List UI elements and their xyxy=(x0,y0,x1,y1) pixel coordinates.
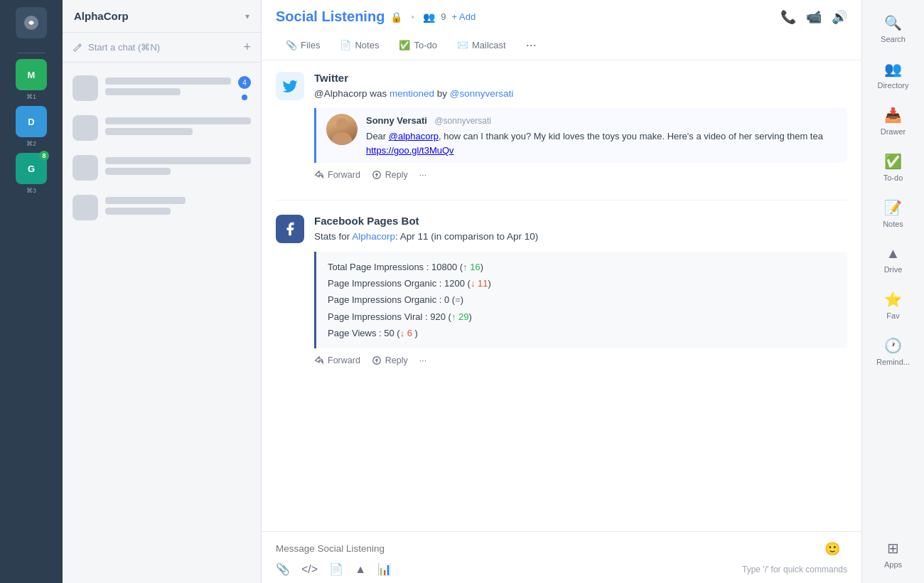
new-chat-bar[interactable]: Start a chat (⌘N) + xyxy=(63,33,261,63)
workspace-G[interactable]: G 8 xyxy=(16,153,47,184)
reply-button[interactable]: Reply xyxy=(372,355,408,365)
sidebar-item-remind[interactable]: 🕐 Remind... xyxy=(862,328,924,375)
lock-icon: 🔒 xyxy=(390,11,402,23)
unread-badge: 4 xyxy=(238,76,251,89)
list-item[interactable] xyxy=(63,108,261,148)
header-top: Social Listening 🔒 • 👥 9 + Add 📞 📹 🔊 xyxy=(276,9,847,25)
logo-button[interactable] xyxy=(16,7,47,38)
sidebar-item-drive[interactable]: ▲ Drive xyxy=(862,237,924,282)
more-actions-button[interactable]: ··· xyxy=(419,355,426,365)
code-icon[interactable]: </> xyxy=(301,563,318,576)
conv-text xyxy=(105,157,251,178)
workspace-M[interactable]: M xyxy=(16,59,47,90)
tab-todo[interactable]: ✅ To-do xyxy=(389,32,447,60)
clock-icon: 🕐 xyxy=(884,337,902,354)
list-item[interactable]: 4 xyxy=(63,68,261,108)
sidebar-item-notes[interactable]: 📝 Notes xyxy=(862,191,924,237)
conversation-list: 4 xyxy=(63,63,261,583)
drive-icon: ▲ xyxy=(886,245,901,262)
conv-line-2 xyxy=(105,208,171,215)
handle-link[interactable]: @sonnyversati xyxy=(450,88,514,99)
alphacorp-link[interactable]: Alphacorp xyxy=(352,231,395,242)
main-tabs: 📎 Files 📄 Notes ✅ To-do ✉️ Mailcast ··· xyxy=(276,32,847,60)
apps-icon: ⊞ xyxy=(887,540,899,557)
sidebar-item-directory[interactable]: 👥 Directory xyxy=(862,52,924,98)
tweet-author: Sonny Versati xyxy=(366,115,427,126)
forward-button[interactable]: Forward xyxy=(314,170,360,180)
edit-icon xyxy=(72,43,82,53)
list-item[interactable] xyxy=(63,188,261,228)
stat-line: Page Impressions Organic : 0 (=) xyxy=(328,292,836,308)
quick-commands-hint: Type '/' for quick commands xyxy=(742,565,847,574)
chart-icon[interactable]: 📊 xyxy=(377,562,392,576)
message-block: Facebook Pages Bot Stats for Alphacorp: … xyxy=(276,215,847,365)
forward-button[interactable]: Forward xyxy=(314,355,360,365)
more-actions-button[interactable]: ··· xyxy=(419,170,426,180)
conv-text xyxy=(105,77,231,99)
document-icon[interactable]: 📄 xyxy=(329,562,343,576)
tweet-quote: Sonny Versati @sonnyversati Dear @alphac… xyxy=(314,108,847,163)
main-header: Social Listening 🔒 • 👥 9 + Add 📞 📹 🔊 📎 F… xyxy=(262,0,861,60)
tweet-content: Sonny Versati @sonnyversati Dear @alphac… xyxy=(366,114,837,157)
twitter-icon xyxy=(276,72,304,100)
tab-mailcast[interactable]: ✉️ Mailcast xyxy=(447,32,516,60)
plus-button[interactable]: + xyxy=(243,40,251,55)
message-input[interactable] xyxy=(276,539,824,558)
tab-more[interactable]: ··· xyxy=(516,32,547,60)
workspace-M-shortcut: ⌘1 xyxy=(26,93,36,100)
conv-line-1 xyxy=(105,157,251,164)
right-sidebar: 🔍 Search 👥 Directory 📥 Drawer ✅ To-do 📝 … xyxy=(861,0,924,583)
workspace-D[interactable]: D xyxy=(16,106,47,137)
alphacorp-link[interactable]: @alphacorp xyxy=(389,131,439,141)
stat-line: Page Impressions Viral : 920 (↑ 29) xyxy=(328,309,836,325)
phone-icon[interactable]: 📞 xyxy=(780,9,796,25)
tweet-url[interactable]: https://goo.gl/t3MuQv xyxy=(366,145,454,156)
emoji-button[interactable]: 🙂 xyxy=(824,541,840,557)
sidebar-item-drawer[interactable]: 📥 Drawer xyxy=(862,98,924,144)
add-members-button[interactable]: + Add xyxy=(452,11,476,22)
conv-line-1 xyxy=(105,197,186,204)
reply-button[interactable]: Reply xyxy=(372,170,408,180)
message-input-area: 🙂 📎 </> 📄 ▲ 📊 Type '/' for quick command… xyxy=(262,531,861,583)
drive-icon[interactable]: ▲ xyxy=(355,563,366,576)
avatar xyxy=(72,75,98,101)
workspace-G-shortcut: ⌘3 xyxy=(26,187,36,194)
source-name: Twitter xyxy=(314,72,847,84)
avatar xyxy=(72,195,98,220)
tab-notes[interactable]: 📄 Notes xyxy=(330,32,389,60)
workspace-G-badge: 8 xyxy=(39,151,49,161)
sidebar-item-fav[interactable]: ⭐ Fav xyxy=(862,282,924,328)
stat-line: Total Page Impressions : 10800 (↑ 16) xyxy=(328,259,836,275)
attach-icon[interactable]: 📎 xyxy=(276,562,290,576)
notes-tab-icon: 📄 xyxy=(340,40,351,50)
video-icon[interactable]: 📹 xyxy=(806,9,822,25)
new-chat-label: Start a chat (⌘N) xyxy=(72,42,160,53)
speaker-icon[interactable]: 🔊 xyxy=(832,9,847,25)
message-text: @Alphacorp was mentioned by @sonnyversat… xyxy=(314,87,847,101)
sidebar-item-label: Drawer xyxy=(881,127,906,136)
facebook-icon xyxy=(276,215,304,243)
directory-icon: 👥 xyxy=(884,60,902,77)
stat-line: Page Views : 50 (↓ 6 ) xyxy=(328,325,836,341)
conv-line-1 xyxy=(105,77,231,85)
sidebar-item-label: Apps xyxy=(884,560,902,569)
chevron-down-icon[interactable]: ▾ xyxy=(245,11,249,21)
conv-line-2 xyxy=(105,88,181,95)
dot-separator: • xyxy=(411,11,414,23)
mentioned-link[interactable]: mentioned xyxy=(390,88,434,99)
sidebar-item-todo[interactable]: ✅ To-do xyxy=(862,144,924,191)
sidebar-item-search[interactable]: 🔍 Search xyxy=(862,6,924,52)
sidebar-item-label: Remind... xyxy=(876,358,910,366)
facebook-message-body: Facebook Pages Bot Stats for Alphacorp: … xyxy=(314,215,847,365)
list-item[interactable] xyxy=(63,148,261,188)
sidebar-item-label: Fav xyxy=(886,311,899,320)
tab-files[interactable]: 📎 Files xyxy=(276,32,330,60)
sidebar-item-label: Directory xyxy=(877,81,908,90)
todo-tab-icon: ✅ xyxy=(399,40,410,50)
tweet-handle: @sonnyversati xyxy=(434,116,491,126)
unread-dot xyxy=(242,95,247,100)
sidebar-item-apps[interactable]: ⊞ Apps xyxy=(862,531,924,577)
member-info: 👥 9 + Add xyxy=(423,11,476,23)
tweet-avatar xyxy=(326,114,358,145)
sidebar-item-label: Notes xyxy=(883,220,903,228)
